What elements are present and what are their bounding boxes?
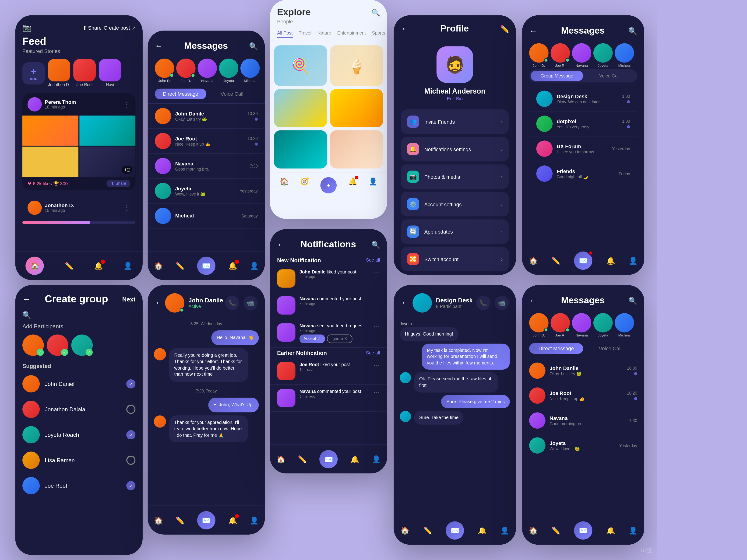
message-item[interactable]: Joyeta Wow, I love it 🐸 Yesterday xyxy=(148,179,265,204)
photo-icecream[interactable]: 🍦 xyxy=(330,45,383,86)
edit-nav-button[interactable]: ✏️ xyxy=(65,262,73,270)
share-button[interactable]: ⬆ Share xyxy=(107,180,130,187)
back-arrow-icon[interactable]: ← xyxy=(155,298,163,308)
person-item[interactable]: Joe Root ✓ xyxy=(15,473,143,499)
search-icon[interactable]: 🔍 xyxy=(249,42,258,50)
phone-call-button[interactable]: 📞 xyxy=(225,296,239,310)
mail-nav[interactable]: ✉️ xyxy=(574,521,592,540)
back-arrow-icon[interactable]: ← xyxy=(529,296,537,305)
compass-nav[interactable]: 🧭 xyxy=(300,177,309,193)
tab-voice-call-3[interactable]: Voice Call xyxy=(583,343,637,354)
profile-nav[interactable]: 👤 xyxy=(629,256,637,265)
search-icon[interactable]: 🔍 xyxy=(22,311,31,319)
contact-avatar[interactable]: Joyeta xyxy=(593,43,613,67)
home-nav[interactable]: 🏠 xyxy=(529,526,538,535)
phone-call-button[interactable]: 📞 xyxy=(476,296,490,310)
message-item[interactable]: Micheal Saturday xyxy=(148,204,265,229)
tab-direct-message-3[interactable]: Direct Message xyxy=(529,343,583,354)
bell-nav[interactable]: 🔔 xyxy=(478,526,487,535)
contact-avatar[interactable]: Joe R. xyxy=(176,59,196,83)
person-item[interactable]: John Daniel ✓ xyxy=(15,371,143,397)
tab-sports[interactable]: Sports xyxy=(372,31,385,38)
contact-avatar[interactable]: John D. xyxy=(155,59,174,83)
photo-teal[interactable] xyxy=(274,130,327,169)
home-nav[interactable]: 🏠 xyxy=(154,261,163,270)
contact-avatar[interactable]: Navana xyxy=(198,59,217,83)
back-arrow-icon[interactable]: ← xyxy=(277,240,285,249)
back-arrow-icon[interactable]: ← xyxy=(529,26,537,35)
photo-light[interactable] xyxy=(330,130,383,169)
notifications-search-icon[interactable]: 🔍 xyxy=(371,241,380,249)
person-checkbox[interactable] xyxy=(126,456,135,465)
contact-avatar[interactable]: John D. xyxy=(529,313,548,337)
home-nav[interactable]: 🏠 xyxy=(154,516,163,525)
contact-avatar[interactable]: Joe R. xyxy=(551,43,570,67)
profile-nav[interactable]: 👤 xyxy=(250,516,258,525)
contact-avatar[interactable]: Joyeta xyxy=(219,59,238,83)
message-item[interactable]: Design Desk Okay. We can do it later 1:0… xyxy=(529,86,637,111)
create-post-label[interactable]: ⬆ Share Create post ↗ xyxy=(83,25,136,30)
edit-bio-button[interactable]: Edit Bio xyxy=(447,96,463,101)
back-arrow-icon[interactable]: ← xyxy=(401,24,409,33)
tab-voice-call[interactable]: Voice Call xyxy=(206,89,258,99)
more-options-icon[interactable]: ⋯ xyxy=(374,296,380,303)
bell-nav[interactable]: 🔔 xyxy=(228,262,237,270)
home-nav[interactable]: 🏠 xyxy=(280,177,288,193)
contact-avatar[interactable]: Joe R. xyxy=(551,313,570,337)
message-item[interactable]: John Danile Okay. Let's try 🐸 10:30 xyxy=(148,104,265,129)
tab-entertainment[interactable]: Entertainment xyxy=(337,31,366,38)
bell-nav[interactable]: 🔔 xyxy=(348,177,357,193)
bell-nav[interactable]: 🔔 xyxy=(228,516,237,524)
story-item[interactable]: Jonathon D. xyxy=(48,59,70,87)
search-icon[interactable]: 🔍 xyxy=(628,27,637,35)
menu-item-notifications-settings[interactable]: 🔔 Notifications settings › xyxy=(401,137,509,161)
person-checkbox[interactable] xyxy=(126,405,135,414)
message-item[interactable]: Navana Good morning bro. 7:30 xyxy=(522,408,644,433)
video-call-button[interactable]: 📹 xyxy=(495,296,509,310)
edit-nav[interactable]: ✏️ xyxy=(551,256,560,265)
message-item[interactable]: Navana Good morning bro. 7:30 xyxy=(148,154,265,179)
menu-item-invite-friends[interactable]: 👥 Invite Friends › xyxy=(401,109,509,134)
menu-item-photos-media[interactable]: 📷 Photos & media › xyxy=(401,164,509,189)
message-item[interactable]: Joe Root Nice. Keep it up 👍 10:20 xyxy=(522,383,644,408)
more-options-icon[interactable]: ⋯ xyxy=(374,362,380,369)
mail-nav[interactable]: ✉️ xyxy=(319,450,338,469)
see-all-earlier-button[interactable]: See all xyxy=(366,350,380,355)
photo-mango[interactable] xyxy=(330,89,383,127)
profile-nav[interactable]: 👤 xyxy=(368,177,377,193)
more-icon[interactable]: ⋮ xyxy=(123,100,130,108)
edit-nav[interactable]: ✏️ xyxy=(551,526,560,535)
tab-nature[interactable]: Nature xyxy=(317,31,331,38)
camera-icon[interactable]: 📷 xyxy=(22,23,31,31)
see-all-button[interactable]: See all xyxy=(366,258,380,263)
next-button[interactable]: Next xyxy=(122,296,136,303)
edit-nav[interactable]: ✏️ xyxy=(423,526,432,535)
add-story-button[interactable]: + ADD xyxy=(22,62,45,84)
bell-nav[interactable]: 🔔 xyxy=(351,455,359,464)
tab-travel[interactable]: Travel xyxy=(299,31,311,38)
tab-all-post[interactable]: All Post xyxy=(277,31,293,38)
more-options-icon[interactable]: ⋯ xyxy=(374,323,380,330)
tab-direct-message[interactable]: Direct Message xyxy=(155,89,206,99)
contact-avatar[interactable]: Micheal xyxy=(240,59,260,83)
back-arrow-icon[interactable]: ← xyxy=(155,42,163,51)
person-checkbox[interactable]: ✓ xyxy=(126,481,135,490)
contact-avatar[interactable]: Micheal xyxy=(615,313,634,337)
message-item[interactable]: Joyeta Wow, I love it 🐸 Yesterday xyxy=(522,433,644,458)
video-call-button[interactable]: 📹 xyxy=(243,296,258,310)
menu-item-account-settings[interactable]: ⚙️ Account settings › xyxy=(401,192,509,216)
message-item[interactable]: John Danile Okay. Let's try 🐸 10:30 xyxy=(522,358,644,383)
message-item[interactable]: dotpixel Yes. It's very easy. 1:00 xyxy=(529,111,637,136)
profile-nav[interactable]: 👤 xyxy=(500,526,509,535)
message-item[interactable]: UX Forum I'll see you tomorrow. Yesterda… xyxy=(529,136,637,161)
home-nav-button[interactable]: 🏠 xyxy=(26,257,44,275)
photo-lollipop[interactable]: 🍭 xyxy=(274,45,327,86)
home-nav[interactable]: 🏠 xyxy=(529,256,538,265)
edit-nav[interactable]: ✏️ xyxy=(298,455,307,464)
edit-nav[interactable]: ✏️ xyxy=(176,261,184,270)
person-checkbox[interactable]: ✓ xyxy=(126,430,135,439)
contact-avatar[interactable]: Joyeta xyxy=(593,313,613,337)
more-options-icon[interactable]: ⋯ xyxy=(374,389,380,396)
mail-nav[interactable]: ✉️ xyxy=(446,521,464,540)
contact-avatar[interactable]: Navana xyxy=(572,313,591,337)
